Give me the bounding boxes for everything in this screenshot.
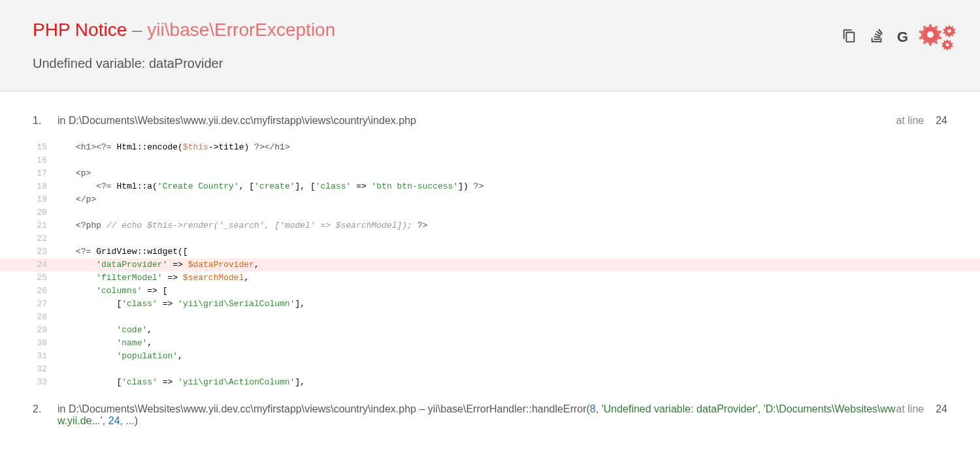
code-source: 'population', xyxy=(56,350,183,363)
code-source: <?php // echo $this->render('_search', [… xyxy=(56,219,427,232)
code-source: </p> xyxy=(56,193,96,206)
stack-item-text: in D:\Documents\Websites\www.yii.dev.cc\… xyxy=(57,403,896,427)
gears-icon xyxy=(917,21,956,56)
at-line-label: at line xyxy=(896,115,924,127)
svg-point-2 xyxy=(947,29,951,33)
code-source: <?= Html::a('Create Country', ['create']… xyxy=(56,180,483,193)
line-number: 22 xyxy=(0,232,56,245)
arg-int: 8 xyxy=(590,403,596,414)
stack-prefix: in xyxy=(57,115,69,126)
code-source: <?= GridView::widget([ xyxy=(56,245,188,258)
code-source: 'dataProvider' => $dataProvider, xyxy=(56,258,259,272)
at-line-number: 24 xyxy=(936,115,947,127)
code-source: 'columns' => [ xyxy=(56,285,167,298)
line-number: 28 xyxy=(0,311,56,324)
stack-item-1-header[interactable]: 1. in D:\Documents\Websites\www.yii.dev.… xyxy=(0,107,980,134)
code-line: 22 xyxy=(0,232,980,245)
arg-str: 'Undefined variable: dataProvider' xyxy=(602,403,758,414)
sep: , xyxy=(758,403,764,414)
code-line: 24 'dataProvider' => $dataProvider, xyxy=(0,258,980,272)
code-line: 33 ['class' => 'yii\grid\ActionColumn'], xyxy=(0,376,980,389)
code-line: 17<p> xyxy=(0,167,980,180)
stack-file: D:\Documents\Websites\www.yii.dev.cc\myf… xyxy=(69,403,416,414)
toolbar-icons: G xyxy=(842,29,908,46)
code-source: 'code', xyxy=(56,324,152,337)
call-stack: 1. in D:\Documents\Websites\www.yii.dev.… xyxy=(0,107,980,435)
error-header: PHP Notice – yii\base\ErrorException Und… xyxy=(0,0,980,91)
at-line-number: 24 xyxy=(936,403,947,415)
line-number: 15 xyxy=(0,141,56,154)
svg-point-1 xyxy=(927,31,934,38)
code-line: 25 'filterModel' => $searchModel, xyxy=(0,272,980,285)
stack-call: yii\base\ErrorHandler::handleError( xyxy=(428,403,590,414)
at-line-label: at line xyxy=(896,403,924,415)
line-number: 19 xyxy=(0,193,56,206)
code-source xyxy=(56,232,76,245)
line-number: 21 xyxy=(0,219,56,232)
arg-int: 24 xyxy=(108,415,120,426)
stack-file: D:\Documents\Websites\www.yii.dev.cc\myf… xyxy=(69,115,416,126)
error-title: PHP Notice – yii\base\ErrorException xyxy=(33,20,947,40)
line-number: 16 xyxy=(0,154,56,167)
line-number: 20 xyxy=(0,206,56,219)
code-line: 31 'population', xyxy=(0,350,980,363)
code-block: 15<h1><?= Html::encode($this->title) ?><… xyxy=(0,134,980,396)
code-line: 30 'name', xyxy=(0,337,980,350)
code-line: 23<?= GridView::widget([ xyxy=(0,245,980,258)
copy-icon[interactable] xyxy=(842,29,857,46)
code-line: 32 xyxy=(0,363,980,376)
code-line: 19</p> xyxy=(0,193,980,206)
stackoverflow-icon[interactable] xyxy=(870,29,884,46)
line-number: 27 xyxy=(0,298,56,311)
sep: , xyxy=(596,403,602,414)
error-class-link[interactable]: yii\base\ErrorException xyxy=(147,20,335,40)
code-line: 26 'columns' => [ xyxy=(0,285,980,298)
code-line: 27 ['class' => 'yii\grid\SerialColumn'], xyxy=(0,298,980,311)
code-source xyxy=(56,154,76,167)
error-dash: – xyxy=(127,20,147,40)
line-number: 32 xyxy=(0,363,56,376)
code-line: 16 xyxy=(0,154,980,167)
code-source xyxy=(56,206,76,219)
sep: , xyxy=(103,415,108,426)
code-source xyxy=(56,363,76,376)
stack-prefix: in xyxy=(57,403,69,414)
code-source xyxy=(56,311,76,324)
stack-dash: – xyxy=(416,403,428,414)
code-source: ['class' => 'yii\grid\SerialColumn'], xyxy=(56,298,305,311)
line-number: 31 xyxy=(0,350,56,363)
code-source: <p> xyxy=(56,167,91,180)
line-number: 29 xyxy=(0,324,56,337)
code-line: 29 'code', xyxy=(0,324,980,337)
line-number: 30 xyxy=(0,337,56,350)
code-source: 'filterModel' => $searchModel, xyxy=(56,272,249,285)
svg-point-3 xyxy=(946,43,949,46)
line-number: 25 xyxy=(0,272,56,285)
code-source: 'name', xyxy=(56,337,152,350)
stack-item-2-header[interactable]: 2. in D:\Documents\Websites\www.yii.dev.… xyxy=(0,396,980,435)
stack-item-number: 2. xyxy=(33,403,57,415)
code-line: 20 xyxy=(0,206,980,219)
code-line: 21<?php // echo $this->render('_search',… xyxy=(0,219,980,232)
code-line: 15<h1><?= Html::encode($this->title) ?><… xyxy=(0,141,980,154)
line-number: 17 xyxy=(0,167,56,180)
code-source: ['class' => 'yii\grid\ActionColumn'], xyxy=(56,376,305,389)
sep: , ...) xyxy=(120,415,139,426)
line-number: 18 xyxy=(0,180,56,193)
stack-item-text: in D:\Documents\Websites\www.yii.dev.cc\… xyxy=(57,115,896,127)
stack-item-number: 1. xyxy=(33,115,57,127)
line-number: 23 xyxy=(0,245,56,258)
code-line: 18 <?= Html::a('Create Country', ['creat… xyxy=(0,180,980,193)
error-type: PHP Notice xyxy=(33,20,127,40)
code-line: 28 xyxy=(0,311,980,324)
line-number: 26 xyxy=(0,285,56,298)
line-number: 33 xyxy=(0,376,56,389)
google-icon[interactable]: G xyxy=(897,29,908,46)
error-message: Undefined variable: dataProvider xyxy=(33,56,947,71)
line-number: 24 xyxy=(0,258,56,272)
code-source: <h1><?= Html::encode($this->title) ?></h… xyxy=(56,141,290,154)
